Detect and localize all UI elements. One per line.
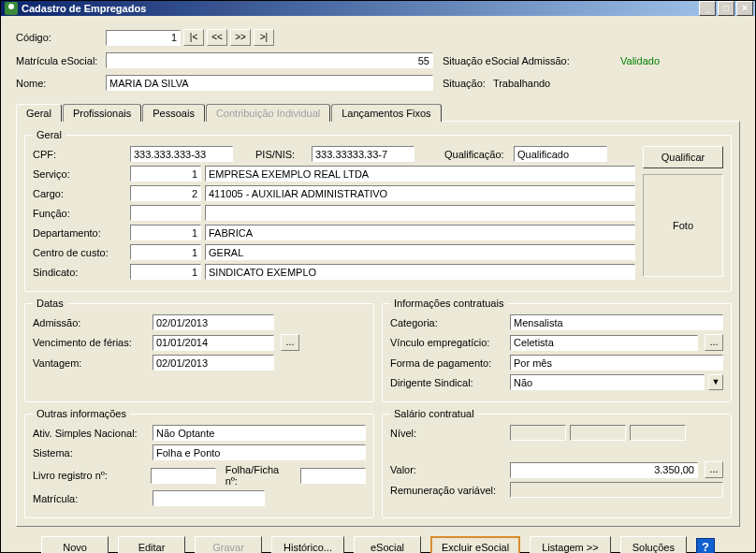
qualificacao-input[interactable] [514, 146, 607, 162]
nav-last-button[interactable]: >| [254, 29, 274, 46]
solucoes-button[interactable]: Soluções [620, 536, 687, 553]
tab-contribuicao: Contribuição Individual [206, 104, 330, 122]
titlebar: Cadastro de Empregados _ □ × [1, 1, 755, 16]
centro-custo-desc-input[interactable] [205, 244, 635, 260]
geral-legend: Geral [33, 129, 65, 140]
tab-geral[interactable]: Geral [16, 104, 62, 122]
tab-profissionais[interactable]: Profissionais [63, 104, 141, 122]
outras-info-group: Outras informações Ativ. Simples Naciona… [24, 408, 374, 518]
nome-label: Nome: [16, 78, 106, 89]
dirigente-sindical-dropdown[interactable]: ▼ [708, 374, 723, 390]
pisnis-input[interactable] [312, 146, 414, 162]
cargo-code-input[interactable] [130, 185, 201, 201]
editar-button[interactable]: Editar [118, 536, 185, 553]
excluir-esocial-button[interactable]: Excluir eSocial [430, 536, 520, 553]
info-contratuais-group: Informações contratuais Categoria: Víncu… [382, 298, 732, 402]
nome-input[interactable] [106, 75, 433, 91]
nivel-input-2[interactable] [570, 425, 626, 441]
valor-input[interactable] [510, 462, 698, 478]
vinculo-label: Vínculo empregatício: [390, 337, 506, 348]
vencimento-ferias-label: Vencimento de férias: [33, 337, 149, 348]
nav-next-button[interactable]: >> [230, 29, 251, 46]
centro-custo-label: Centro de custo: [33, 247, 126, 258]
geral-group: Geral CPF: PIS/NIS: Qualificação: Serviç [24, 129, 732, 292]
folha-ficha-input[interactable] [300, 468, 366, 484]
nivel-input-1[interactable] [510, 425, 566, 441]
window-frame: Cadastro de Empregados _ □ × Código: |< … [0, 0, 756, 553]
simples-nacional-input[interactable] [153, 425, 366, 441]
matricula-esocial-label: Matrícula eSocial: [16, 55, 106, 66]
help-icon[interactable]: ? [696, 538, 715, 553]
codigo-input[interactable] [106, 30, 181, 46]
nivel-input-3[interactable] [630, 425, 686, 441]
historico-button[interactable]: Histórico... [271, 536, 344, 553]
datas-legend: Datas [33, 298, 67, 309]
novo-button[interactable]: Novo [41, 536, 109, 553]
cargo-desc-input[interactable] [205, 185, 635, 201]
vinculo-input[interactable] [510, 335, 698, 351]
situacao-label: Situação: [443, 78, 486, 89]
sindicato-label: Sindicato: [33, 267, 126, 278]
close-button[interactable]: × [736, 1, 753, 16]
sistema-label: Sistema: [33, 447, 149, 458]
sistema-input[interactable] [153, 444, 366, 460]
nav-first-button[interactable]: |< [183, 29, 204, 46]
cpf-input[interactable] [130, 146, 233, 162]
listagem-button[interactable]: Listagem >> [530, 536, 611, 553]
centro-custo-code-input[interactable] [130, 244, 201, 260]
qualificar-button[interactable]: Qualificar [643, 146, 723, 168]
salario-group: Salário contratual Nível: Valor: ... [382, 408, 732, 518]
forma-pagamento-input[interactable] [510, 355, 723, 371]
tab-panel-geral: Geral CPF: PIS/NIS: Qualificação: Serviç [16, 121, 740, 527]
admissao-input[interactable] [153, 314, 274, 330]
matricula-label: Matrícula: [33, 493, 149, 504]
departamento-label: Departamento: [33, 227, 126, 239]
salario-legend: Salário contratual [390, 408, 478, 419]
maximize-button[interactable]: □ [718, 1, 734, 16]
nav-prev-button[interactable]: << [207, 29, 227, 46]
vantagem-input[interactable] [153, 355, 274, 371]
departamento-code-input[interactable] [130, 225, 201, 240]
livro-registro-input[interactable] [151, 468, 216, 484]
matricula-esocial-input[interactable] [106, 52, 433, 68]
situacao-esocial-label: Situação eSocial Admissão: [443, 55, 583, 66]
funcao-code-input[interactable] [130, 205, 201, 221]
minimize-button[interactable]: _ [699, 1, 716, 16]
valor-picker[interactable]: ... [705, 461, 723, 478]
window-title: Cadastro de Empregados [22, 3, 697, 14]
qualificacao-label: Qualificação: [444, 149, 510, 160]
servico-code-input[interactable] [130, 166, 201, 182]
datas-group: Datas Admissão: Vencimento de férias: ..… [24, 298, 374, 402]
vinculo-picker[interactable]: ... [705, 334, 723, 351]
dirigente-sindical-input[interactable] [510, 374, 705, 390]
matricula-input[interactable] [153, 490, 265, 506]
tab-strip: Geral Profissionais Pessoais Contribuiçã… [16, 103, 740, 121]
esocial-button[interactable]: eSocial [354, 536, 421, 553]
info-contratuais-legend: Informações contratuais [390, 298, 507, 309]
footer-buttons: Novo Editar Gravar Histórico... eSocial … [16, 527, 740, 553]
servico-desc-input[interactable] [205, 166, 635, 182]
sindicato-desc-input[interactable] [205, 264, 635, 280]
situacao-esocial-value: Validado [620, 55, 660, 66]
gravar-button: Gravar [195, 536, 262, 553]
sindicato-code-input[interactable] [130, 264, 201, 280]
valor-label: Valor: [390, 464, 506, 475]
tab-lancamentos[interactable]: Lançamentos Fixos [331, 104, 441, 122]
servico-label: Serviço: [33, 168, 126, 180]
categoria-input[interactable] [510, 314, 723, 330]
folha-ficha-label: Folha/Ficha nº: [225, 464, 293, 487]
situacao-value: Trabalhando [493, 78, 550, 89]
remuneracao-variavel-input[interactable] [510, 482, 723, 498]
vencimento-ferias-input[interactable] [153, 335, 274, 351]
tab-pessoais[interactable]: Pessoais [142, 104, 205, 122]
vencimento-ferias-picker[interactable]: ... [281, 334, 299, 351]
foto-box[interactable]: Foto [643, 174, 723, 277]
vantagem-label: Vantagem: [33, 357, 149, 369]
funcao-label: Função: [33, 208, 126, 219]
simples-nacional-label: Ativ. Simples Nacional: [33, 428, 149, 439]
funcao-desc-input[interactable] [205, 205, 635, 221]
remuneracao-variavel-label: Remuneração variável: [390, 485, 506, 496]
app-icon [5, 2, 18, 15]
pisnis-label: PIS/NIS: [255, 149, 308, 160]
departamento-desc-input[interactable] [205, 225, 635, 240]
